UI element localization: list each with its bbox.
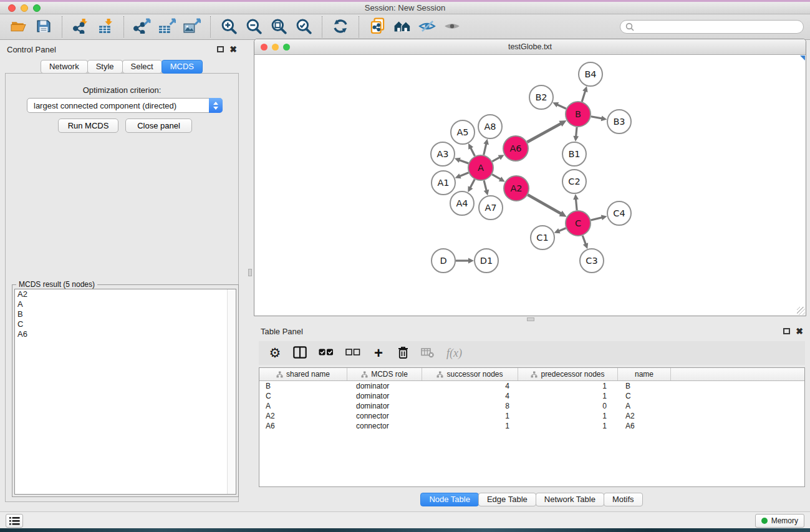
result-list-item[interactable]: A bbox=[15, 299, 236, 309]
copy-network-button[interactable] bbox=[365, 16, 390, 37]
table-row[interactable]: Adominator80A bbox=[259, 401, 804, 411]
table-cell[interactable]: C bbox=[618, 392, 671, 400]
show-columns-button[interactable] bbox=[293, 345, 307, 361]
graph-edge-B-B4[interactable] bbox=[582, 86, 587, 102]
show-panels-button[interactable] bbox=[6, 514, 23, 528]
zoom-fit-button[interactable] bbox=[266, 16, 291, 37]
graph-node-C[interactable]: C bbox=[566, 211, 591, 236]
table-cell[interactable]: dominator bbox=[347, 402, 422, 410]
zoom-in-button[interactable] bbox=[216, 16, 241, 37]
table-cell[interactable]: 1 bbox=[422, 412, 518, 420]
search-input[interactable] bbox=[637, 22, 798, 31]
result-list-item[interactable]: C bbox=[15, 319, 236, 329]
table-cell[interactable]: 1 bbox=[518, 382, 618, 390]
table-cell[interactable]: 0 bbox=[518, 402, 618, 410]
show-all-button[interactable] bbox=[440, 16, 465, 37]
graph-node-A[interactable]: A bbox=[468, 155, 493, 180]
export-network-button[interactable] bbox=[130, 16, 155, 37]
table-cell[interactable]: 1 bbox=[518, 412, 618, 420]
tab-node-table[interactable]: Node Table bbox=[420, 493, 479, 506]
column-header-name[interactable]: name bbox=[618, 368, 671, 380]
table-cell[interactable]: 8 bbox=[422, 402, 518, 410]
graph-edge-C-C2[interactable] bbox=[573, 194, 579, 210]
close-panel-icon[interactable]: ✖ bbox=[229, 46, 237, 52]
graph-node-B3[interactable]: B3 bbox=[607, 110, 631, 133]
graph-node-A6[interactable]: A6 bbox=[503, 136, 528, 161]
window-resize-grip-icon[interactable] bbox=[797, 307, 805, 315]
column-header-shared-name[interactable]: shared name bbox=[259, 368, 347, 380]
table-cell[interactable]: 4 bbox=[422, 382, 518, 390]
table-cell[interactable]: B bbox=[259, 382, 347, 390]
float-table-panel-icon[interactable] bbox=[783, 328, 790, 334]
table-cell[interactable]: dominator bbox=[347, 392, 422, 400]
graph-edge-A-A8[interactable] bbox=[483, 139, 489, 155]
tab-edge-table[interactable]: Edge Table bbox=[478, 493, 536, 506]
zoom-out-button[interactable] bbox=[241, 16, 266, 37]
graph-node-D[interactable]: D bbox=[432, 249, 455, 273]
table-cell[interactable]: connector bbox=[347, 412, 422, 420]
network-canvas[interactable]: B4B2BB3A8A5A6A3B1AA1C2A2A4A7C4CC1C3DD1 bbox=[254, 55, 806, 316]
graph-node-A5[interactable]: A5 bbox=[451, 120, 475, 144]
graph-edge-C-C3[interactable] bbox=[582, 236, 588, 249]
result-list-item[interactable]: A2 bbox=[15, 289, 236, 299]
graph-node-D1[interactable]: D1 bbox=[475, 249, 498, 273]
graph-edge-A-A1[interactable] bbox=[455, 173, 469, 179]
graph-node-C2[interactable]: C2 bbox=[562, 170, 586, 193]
graph-node-C1[interactable]: C1 bbox=[531, 226, 554, 249]
table-cell[interactable]: A2 bbox=[618, 412, 671, 420]
tab-mcds[interactable]: MCDS bbox=[162, 60, 203, 74]
graph-edge-A-A5[interactable] bbox=[468, 143, 475, 156]
table-cell[interactable]: A bbox=[618, 402, 671, 410]
table-settings-button[interactable]: ⚙ bbox=[269, 345, 281, 361]
tab-motifs[interactable]: Motifs bbox=[604, 493, 643, 506]
open-file-button[interactable] bbox=[6, 16, 31, 37]
table-cell[interactable]: A2 bbox=[259, 412, 347, 420]
table-cell[interactable]: 1 bbox=[422, 422, 518, 430]
table-row[interactable]: A6connector11A6 bbox=[259, 421, 804, 431]
tab-network[interactable]: Network bbox=[41, 60, 88, 74]
refresh-layout-button[interactable] bbox=[328, 16, 353, 37]
create-column-button[interactable]: + bbox=[372, 345, 385, 361]
table-cell[interactable]: 1 bbox=[518, 422, 618, 430]
tab-network-table[interactable]: Network Table bbox=[536, 493, 604, 506]
delete-column-button[interactable] bbox=[397, 345, 409, 361]
result-list-scrollbar[interactable] bbox=[227, 289, 236, 494]
import-table-button[interactable] bbox=[93, 16, 118, 37]
table-cell[interactable]: B bbox=[618, 382, 671, 390]
graph-edge-C-C4[interactable] bbox=[591, 215, 607, 221]
graph-edge-D-D1[interactable] bbox=[456, 258, 474, 264]
first-neighbors-button[interactable] bbox=[390, 16, 415, 37]
graph-node-A4[interactable]: A4 bbox=[450, 191, 474, 215]
graph-edge-B-B1[interactable] bbox=[573, 127, 579, 142]
graph-node-B2[interactable]: B2 bbox=[529, 85, 553, 109]
graph-edge-A-A3[interactable] bbox=[455, 158, 468, 163]
graph-node-A2[interactable]: A2 bbox=[504, 176, 529, 201]
horizontal-split-handle[interactable] bbox=[527, 317, 534, 321]
graph-edge-C-C1[interactable] bbox=[554, 228, 566, 233]
mcds-result-list[interactable]: A2ABCA6 bbox=[14, 289, 236, 495]
result-list-item[interactable]: B bbox=[15, 309, 236, 319]
graph-edge-A-A6[interactable] bbox=[492, 155, 504, 162]
graph-node-B1[interactable]: B1 bbox=[562, 142, 586, 166]
graph-edge-A2-C[interactable] bbox=[528, 195, 566, 216]
optimization-criterion-select[interactable]: largest connected component (directed) bbox=[27, 98, 223, 113]
graph-node-A8[interactable]: A8 bbox=[478, 115, 502, 138]
column-header-mcds-role[interactable]: MCDS role bbox=[347, 368, 422, 380]
deselect-all-columns-button[interactable] bbox=[345, 345, 360, 361]
table-cell[interactable]: connector bbox=[347, 422, 422, 430]
network-window-titlebar[interactable]: testGlobe.txt bbox=[254, 39, 806, 55]
graph-edge-A-A7[interactable] bbox=[484, 180, 489, 195]
graph-edge-A6-B[interactable] bbox=[527, 120, 566, 142]
memory-button[interactable]: Memory bbox=[755, 514, 804, 528]
table-cell[interactable]: dominator bbox=[347, 382, 422, 390]
tab-select[interactable]: Select bbox=[122, 60, 162, 74]
graph-edge-B-B2[interactable] bbox=[552, 102, 566, 109]
table-cell[interactable]: C bbox=[259, 392, 347, 400]
hide-selected-button[interactable] bbox=[415, 16, 440, 37]
graph-node-C4[interactable]: C4 bbox=[607, 201, 631, 225]
table-cell[interactable]: A6 bbox=[618, 422, 671, 430]
table-cell[interactable]: A bbox=[259, 402, 347, 410]
export-table-button[interactable] bbox=[155, 16, 180, 37]
graph-node-C3[interactable]: C3 bbox=[580, 249, 604, 273]
graph-edge-B-B3[interactable] bbox=[591, 115, 607, 121]
